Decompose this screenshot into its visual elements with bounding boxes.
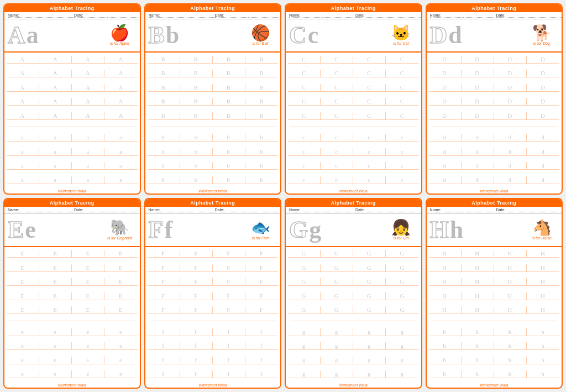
trace-cell[interactable]: g xyxy=(353,328,386,336)
trace-cell[interactable]: g xyxy=(353,370,386,378)
trace-cell[interactable]: b xyxy=(213,176,245,184)
trace-cell[interactable]: A xyxy=(7,98,39,105)
trace-cell[interactable]: C xyxy=(288,98,321,105)
trace-cell[interactable]: E xyxy=(104,264,137,271)
trace-cell[interactable]: A xyxy=(72,84,104,91)
trace-cell[interactable]: b xyxy=(148,148,180,155)
trace-cell[interactable]: f xyxy=(148,328,180,336)
trace-cell[interactable]: F xyxy=(148,292,180,300)
trace-cell[interactable]: H xyxy=(494,292,527,300)
trace-cell[interactable]: d xyxy=(462,176,494,184)
trace-cell[interactable]: B xyxy=(245,56,278,63)
trace-cell[interactable]: b xyxy=(148,134,180,141)
date-field[interactable] xyxy=(248,208,281,212)
date-field[interactable] xyxy=(389,208,422,212)
name-field[interactable] xyxy=(463,13,496,18)
trace-cell[interactable]: f xyxy=(180,357,213,364)
trace-cell[interactable]: b xyxy=(213,148,245,155)
trace-cell[interactable]: B xyxy=(213,98,245,105)
trace-cell[interactable]: f xyxy=(213,357,245,364)
name-field[interactable] xyxy=(463,208,496,212)
trace-cell[interactable]: F xyxy=(148,250,180,257)
trace-cell[interactable]: b xyxy=(245,176,278,184)
trace-cell[interactable]: g xyxy=(353,342,386,349)
trace-cell[interactable]: D xyxy=(429,112,462,119)
trace-cell[interactable]: c xyxy=(321,162,353,169)
trace-cell[interactable]: D xyxy=(494,112,527,119)
trace-cell[interactable]: G xyxy=(288,306,321,313)
trace-cell[interactable]: A xyxy=(72,98,104,105)
trace-cell[interactable]: g xyxy=(288,370,321,378)
trace-cell[interactable]: F xyxy=(180,292,213,300)
trace-cell[interactable]: G xyxy=(321,278,353,285)
trace-cell[interactable]: G xyxy=(321,292,353,300)
trace-cell[interactable]: e xyxy=(7,342,39,349)
trace-cell[interactable]: E xyxy=(7,292,39,300)
trace-cell[interactable]: c xyxy=(321,176,353,184)
trace-cell[interactable]: H xyxy=(462,250,494,257)
trace-cell[interactable]: D xyxy=(527,56,559,63)
trace-cell[interactable]: F xyxy=(148,306,180,313)
trace-cell[interactable]: G xyxy=(353,306,386,313)
trace-cell[interactable]: C xyxy=(321,98,353,105)
trace-cell[interactable]: E xyxy=(72,278,104,285)
trace-cell[interactable]: a xyxy=(7,176,39,184)
trace-cell[interactable]: A xyxy=(39,70,72,77)
trace-cell[interactable]: E xyxy=(72,250,104,257)
trace-cell[interactable]: E xyxy=(39,250,72,257)
trace-cell[interactable]: d xyxy=(527,162,559,169)
trace-cell[interactable]: c xyxy=(386,148,418,155)
trace-cell[interactable]: B xyxy=(180,56,213,63)
trace-cell[interactable]: h xyxy=(527,328,559,336)
trace-cell[interactable]: D xyxy=(527,70,559,77)
trace-cell[interactable]: D xyxy=(494,56,527,63)
trace-cell[interactable]: F xyxy=(213,306,245,313)
trace-cell[interactable]: b xyxy=(180,176,213,184)
trace-cell[interactable]: e xyxy=(7,328,39,336)
trace-cell[interactable]: h xyxy=(462,328,494,336)
trace-cell[interactable]: a xyxy=(104,162,137,169)
trace-cell[interactable]: A xyxy=(104,98,137,105)
trace-cell[interactable]: C xyxy=(353,112,386,119)
trace-cell[interactable]: h xyxy=(429,328,462,336)
trace-cell[interactable]: E xyxy=(39,292,72,300)
trace-cell[interactable]: H xyxy=(494,278,527,285)
trace-cell[interactable]: G xyxy=(386,264,418,271)
name-field[interactable] xyxy=(182,13,215,18)
trace-cell[interactable]: F xyxy=(148,264,180,271)
trace-cell[interactable]: b xyxy=(180,162,213,169)
trace-cell[interactable]: c xyxy=(386,176,418,184)
trace-cell[interactable]: d xyxy=(527,134,559,141)
trace-cell[interactable]: H xyxy=(429,250,462,257)
trace-cell[interactable]: C xyxy=(288,112,321,119)
trace-cell[interactable]: F xyxy=(245,264,278,271)
trace-cell[interactable]: F xyxy=(245,278,278,285)
trace-cell[interactable]: a xyxy=(7,162,39,169)
trace-cell[interactable]: e xyxy=(72,370,104,378)
trace-cell[interactable]: F xyxy=(213,250,245,257)
trace-cell[interactable]: b xyxy=(180,134,213,141)
trace-cell[interactable]: f xyxy=(245,342,278,349)
date-field[interactable] xyxy=(530,13,563,18)
trace-cell[interactable]: b xyxy=(213,134,245,141)
trace-cell[interactable]: E xyxy=(72,292,104,300)
trace-cell[interactable]: H xyxy=(462,264,494,271)
trace-cell[interactable]: E xyxy=(7,264,39,271)
trace-cell[interactable]: A xyxy=(104,70,137,77)
trace-cell[interactable]: f xyxy=(245,357,278,364)
trace-cell[interactable]: C xyxy=(321,112,353,119)
trace-cell[interactable]: B xyxy=(245,84,278,91)
trace-cell[interactable]: d xyxy=(494,134,527,141)
trace-cell[interactable]: e xyxy=(39,328,72,336)
trace-cell[interactable]: D xyxy=(494,70,527,77)
trace-cell[interactable]: c xyxy=(386,134,418,141)
trace-cell[interactable]: H xyxy=(462,292,494,300)
trace-cell[interactable]: f xyxy=(245,328,278,336)
trace-cell[interactable]: E xyxy=(104,292,137,300)
trace-cell[interactable]: H xyxy=(462,306,494,313)
trace-cell[interactable]: F xyxy=(213,292,245,300)
trace-cell[interactable]: h xyxy=(527,357,559,364)
trace-cell[interactable]: C xyxy=(353,70,386,77)
trace-cell[interactable]: C xyxy=(386,98,418,105)
trace-cell[interactable]: G xyxy=(386,250,418,257)
